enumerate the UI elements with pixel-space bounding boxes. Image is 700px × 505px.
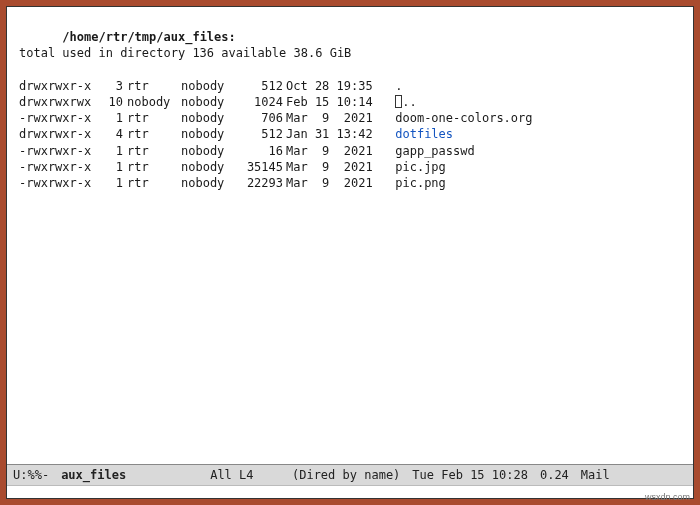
dired-listing: drwxrwxr-x3rtrnobody512Oct 28 19:35 .drw… [19,78,685,191]
entry-size: 35145 [237,159,286,175]
entry-date: Mar 9 2021 [286,143,388,159]
entry-name[interactable]: . [395,79,402,93]
modeline-position: All L4 [210,467,253,483]
entry-owner: rtr [123,143,181,159]
entry-owner: rtr [123,110,181,126]
entry-perms: -rwxrwxr-x [19,175,101,191]
entry-perms: drwxrwxr-x [19,78,101,94]
entry-name[interactable]: doom-one-colors.org [395,111,532,125]
entry-owner: rtr [123,78,181,94]
dired-summary: total used in directory 136 available 38… [19,45,685,61]
entry-owner: rtr [123,159,181,175]
entry-nlink: 1 [101,175,123,191]
entry-nlink: 1 [101,110,123,126]
entry-nlink: 1 [101,143,123,159]
entry-nlink: 10 [101,94,123,110]
modeline[interactable]: U:%%- aux_files All L4 (Dired by name) T… [7,464,693,485]
watermark: wsxdn.com [645,491,690,503]
entry-perms: drwxrwxr-x [19,126,101,142]
dired-entry[interactable]: -rwxrwxr-x1rtrnobody16Mar 9 2021 gapp_pa… [19,143,685,159]
entry-name[interactable]: pic.jpg [395,160,446,174]
dired-entry[interactable]: drwxrwxrwx10nobodynobody1024Feb 15 10:14… [19,94,685,110]
entry-group: nobody [181,143,237,159]
entry-size: 512 [237,78,286,94]
entry-group: nobody [181,126,237,142]
entry-date: Feb 15 10:14 [286,94,388,110]
desktop-background: /home/rtr/tmp/aux_files: total used in d… [0,0,700,505]
entry-size: 512 [237,126,286,142]
modeline-time: Tue Feb 15 10:28 [412,467,528,483]
modeline-load: 0.24 [540,467,569,483]
dired-path: /home/rtr/tmp/aux_files: [62,30,235,44]
entry-date: Mar 9 2021 [286,110,388,126]
emacs-window: /home/rtr/tmp/aux_files: total used in d… [6,6,694,499]
entry-owner: rtr [123,175,181,191]
dired-entry[interactable]: drwxrwxr-x4rtrnobody512Jan 31 13:42 dotf… [19,126,685,142]
entry-group: nobody [181,175,237,191]
modeline-major-mode: (Dired by name) [292,467,400,483]
entry-name[interactable]: gapp_passwd [395,144,474,158]
entry-date: Mar 9 2021 [286,159,388,175]
entry-group: nobody [181,94,237,110]
entry-date: Jan 31 13:42 [286,126,388,142]
entry-size: 22293 [237,175,286,191]
entry-nlink: 3 [101,78,123,94]
entry-name[interactable]: pic.png [395,176,446,190]
entry-nlink: 1 [101,159,123,175]
dired-entry[interactable]: -rwxrwxr-x1rtrnobody706Mar 9 2021 doom-o… [19,110,685,126]
entry-date: Oct 28 19:35 [286,78,388,94]
entry-size: 1024 [237,94,286,110]
point-cursor [395,95,402,108]
dired-entry[interactable]: -rwxrwxr-x1rtrnobody35145Mar 9 2021 pic.… [19,159,685,175]
entry-group: nobody [181,78,237,94]
entry-nlink: 4 [101,126,123,142]
entry-owner: rtr [123,126,181,142]
entry-perms: -rwxrwxr-x [19,110,101,126]
dired-buffer[interactable]: /home/rtr/tmp/aux_files: total used in d… [7,7,693,464]
dired-entry[interactable]: -rwxrwxr-x1rtrnobody22293Mar 9 2021 pic.… [19,175,685,191]
modeline-mail: Mail [581,467,610,483]
entry-date: Mar 9 2021 [286,175,388,191]
entry-size: 706 [237,110,286,126]
entry-owner: nobody [123,94,181,110]
entry-perms: -rwxrwxr-x [19,159,101,175]
entry-group: nobody [181,110,237,126]
entry-perms: drwxrwxrwx [19,94,101,110]
entry-group: nobody [181,159,237,175]
entry-size: 16 [237,143,286,159]
entry-name[interactable]: .. [402,95,416,109]
entry-name-directory[interactable]: dotfiles [395,127,453,141]
modeline-buffer-name: aux_files [61,467,126,483]
minibuffer[interactable] [7,485,693,498]
entry-perms: -rwxrwxr-x [19,143,101,159]
dired-entry[interactable]: drwxrwxr-x3rtrnobody512Oct 28 19:35 . [19,78,685,94]
modeline-status: U:%%- [13,467,49,483]
